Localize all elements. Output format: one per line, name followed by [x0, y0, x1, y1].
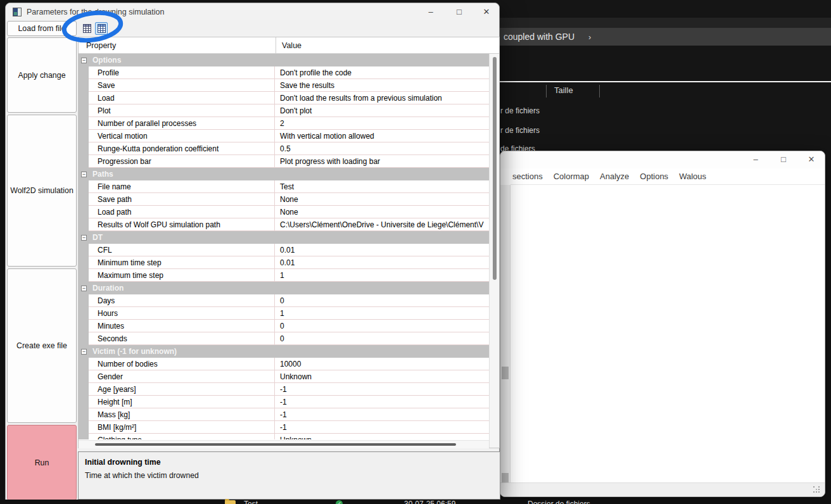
collapse-minus-icon[interactable]: − [81, 58, 87, 63]
property-value[interactable]: With vertical motion allowed [275, 130, 489, 142]
property-value[interactable]: 1 [275, 269, 489, 282]
resize-grip-icon[interactable] [813, 486, 820, 493]
grid-row[interactable]: Age [years]-1 [79, 383, 489, 396]
close-icon[interactable]: ✕ [481, 7, 492, 16]
property-value[interactable]: None [275, 193, 489, 206]
maximize-icon[interactable]: □ [779, 154, 788, 164]
explorer-selected-row[interactable]: coupled with GPU › [499, 28, 831, 46]
grid-row[interactable]: Load pathNone [79, 206, 489, 218]
property-value[interactable]: 0 [275, 294, 489, 307]
explorer-file-row[interactable]: r de fichiers [499, 106, 689, 116]
property-value[interactable]: C:\Users\Clément\OneDrive - Universite d… [275, 218, 489, 231]
grid-row[interactable]: Results of Wolf GPU simulation pathC:\Us… [79, 218, 489, 231]
grid-row[interactable]: PlotDon't plot [79, 104, 489, 117]
scrollbar-thumb[interactable] [502, 367, 509, 379]
property-value[interactable]: 1 [275, 307, 489, 320]
grid-row[interactable]: Minimum time step0.01 [79, 256, 489, 269]
property-value[interactable]: 0.01 [275, 244, 489, 256]
scrollbar-thumb[interactable] [95, 443, 456, 446]
property-value[interactable]: Test [275, 180, 489, 193]
grid-row[interactable]: File nameTest [79, 180, 489, 193]
property-value[interactable]: 0 [275, 332, 489, 345]
horizontal-scrollbar[interactable] [79, 440, 489, 448]
grid-row[interactable]: SaveSave the results [79, 79, 489, 92]
grid-row[interactable]: Height [m]-1 [79, 396, 489, 408]
grid-row[interactable]: Vertical motionWith vertical motion allo… [79, 130, 489, 142]
grid-row[interactable]: Days0 [79, 294, 489, 307]
property-value[interactable]: None [275, 206, 489, 218]
grid-section-header[interactable]: −DT [79, 231, 489, 244]
create-exe-file-button[interactable]: Create exe file [7, 268, 77, 423]
property-value[interactable]: -1 [275, 383, 489, 396]
property-value[interactable]: -1 [275, 408, 489, 421]
property-value[interactable]: Save the results [275, 79, 489, 92]
grid-row[interactable]: BMI [kg/m²]-1 [79, 421, 489, 434]
load-from-file-button[interactable]: Load from file [7, 21, 77, 36]
grid-section-header[interactable]: −Paths [79, 168, 489, 180]
property-value[interactable]: Plot progress with loading bar [275, 155, 489, 168]
grid-header[interactable]: Property Value [79, 37, 499, 54]
grid-row[interactable]: Seconds0 [79, 332, 489, 345]
property-value[interactable]: Don't load the results from a previous s… [275, 92, 489, 104]
property-value[interactable]: 10000 [275, 358, 489, 370]
property-value[interactable]: Don't profile the code [275, 66, 489, 79]
grid-row[interactable]: CFL0.01 [79, 244, 489, 256]
property-value[interactable]: 2 [275, 117, 489, 130]
grid-section-header[interactable]: −Victim (-1 for unknown) [79, 345, 489, 358]
grid-row[interactable]: Number of bodies10000 [79, 358, 489, 370]
viewer-left-scrollbar[interactable] [500, 185, 511, 482]
explorer-file-row[interactable]: r de fichiers [499, 126, 689, 135]
column-header-property[interactable]: Property [79, 37, 276, 53]
apply-change-button[interactable]: Apply change [7, 37, 77, 113]
grid-row[interactable]: Minutes0 [79, 320, 489, 332]
grid-row[interactable]: Runge-Kutta ponderation coefficient0.5 [79, 142, 489, 155]
property-value[interactable]: -1 [275, 421, 489, 434]
grid-row[interactable]: Number of parallel processes2 [79, 117, 489, 130]
grid-view-selected-icon[interactable] [95, 22, 108, 35]
maximize-icon[interactable]: □ [454, 7, 464, 16]
property-value[interactable]: 0.5 [275, 142, 489, 155]
grid-row[interactable]: Maximum time step1 [79, 269, 489, 282]
menu-item-colormap[interactable]: Colormap [554, 172, 589, 181]
grid-row[interactable]: Mass [kg]-1 [79, 408, 489, 421]
collapse-minus-icon[interactable]: − [81, 349, 87, 355]
grid-row[interactable]: Progression barPlot progress with loadin… [79, 155, 489, 168]
grid-row[interactable]: Save pathNone [79, 193, 489, 206]
grid-row[interactable]: GenderUnknown [79, 370, 489, 383]
grid-section-header[interactable]: −Options [79, 54, 489, 66]
menu-item-walous[interactable]: Walous [679, 172, 706, 181]
file-name[interactable]: Test [244, 500, 258, 504]
grid-view-icon[interactable] [80, 22, 93, 35]
property-value[interactable]: 0.01 [275, 256, 489, 269]
property-value[interactable]: Don't plot [275, 104, 489, 117]
minimize-icon[interactable]: – [426, 7, 436, 16]
vertical-scrollbar[interactable] [489, 54, 499, 448]
wolf2d-simulation-button[interactable]: Wolf2D simulation [7, 115, 77, 267]
property-value[interactable]: Unknown [275, 434, 489, 439]
property-value[interactable]: 0 [275, 320, 489, 332]
grid-row[interactable]: Clothing typeUnknown [79, 434, 489, 439]
minimize-icon[interactable]: – [751, 154, 760, 164]
dialog-titlebar[interactable]: Parameters for the drowning simulation –… [6, 3, 499, 20]
collapse-minus-icon[interactable]: − [81, 172, 87, 177]
column-header-value[interactable]: Value [276, 41, 301, 50]
scrollbar-thumb[interactable] [493, 57, 497, 280]
grid-row[interactable]: Hours1 [79, 307, 489, 320]
explorer-column-header[interactable]: Taille [499, 82, 831, 99]
property-value[interactable]: -1 [275, 396, 489, 408]
column-separator[interactable] [599, 85, 600, 98]
menu-item-sections[interactable]: sections [512, 172, 543, 181]
property-value[interactable]: Unknown [275, 370, 489, 383]
menu-item-analyze[interactable]: Analyze [600, 172, 629, 181]
column-separator[interactable] [546, 85, 547, 98]
explorer-bottom-file-row[interactable]: Test ✓ 30-07-25 06:59 Dossier de fichier… [0, 500, 831, 504]
run-button[interactable]: Run [7, 425, 77, 500]
collapse-minus-icon[interactable]: − [81, 286, 87, 291]
collapse-minus-icon[interactable]: − [81, 235, 87, 241]
grid-row[interactable]: ProfileDon't profile the code [79, 66, 489, 79]
viewer-titlebar[interactable]: – □ ✕ [500, 151, 825, 168]
grid-section-header[interactable]: −Duration [79, 282, 489, 294]
close-icon[interactable]: ✕ [807, 154, 816, 164]
grid-row[interactable]: LoadDon't load the results from a previo… [79, 92, 489, 104]
column-header-taille[interactable]: Taille [554, 85, 573, 95]
